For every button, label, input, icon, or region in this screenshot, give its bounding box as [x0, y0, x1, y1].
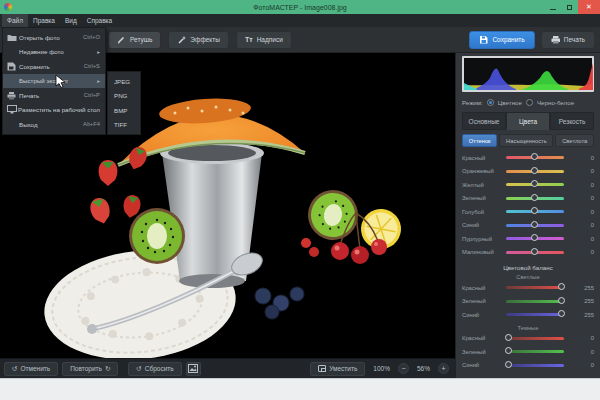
histogram	[462, 56, 594, 92]
slider-knob[interactable]	[531, 167, 538, 174]
mode-row: Режим: Цветное Черно-белое	[462, 95, 594, 109]
menu-file[interactable]: Файл	[2, 14, 28, 27]
maximize-icon	[567, 5, 572, 10]
zoom-in-button[interactable]: +	[438, 363, 449, 374]
fit-button[interactable]: Уместить	[310, 362, 365, 376]
save-button[interactable]: Сохранить	[469, 31, 534, 49]
submenu-item-tiff[interactable]: TIFF	[108, 118, 140, 133]
window-bottom-strip	[0, 378, 600, 400]
window-title: ФотоМАСТЕР - Image008.jpg	[0, 4, 600, 11]
bottom-toolbar: ↺ Отменить Повторить ↻ ↺ Сбросить	[0, 358, 455, 378]
minimize-icon	[550, 9, 556, 10]
slider-knob[interactable]	[558, 297, 565, 304]
fit-screen-icon	[318, 365, 326, 372]
menu-item-exit[interactable]: Выход Alt+F4	[3, 117, 105, 132]
menu-help[interactable]: Справка	[82, 14, 118, 27]
floppy-icon	[479, 35, 488, 44]
file-menu-dropdown: Открыть фото Ctrl+O Недавние фото ▸ Сохр…	[2, 27, 106, 135]
balance-light-green[interactable]	[506, 300, 564, 303]
menu-item-set-wallpaper[interactable]: Разместить на рабочий стол	[3, 103, 105, 118]
slider-knob[interactable]	[558, 283, 565, 290]
slider-row: Голубой0	[462, 205, 594, 219]
slider-knob[interactable]	[531, 194, 538, 201]
color-balance-title: Цветовой баланс	[462, 264, 594, 271]
balance-dark-green[interactable]	[506, 350, 564, 353]
menu-view[interactable]: Вид	[60, 14, 82, 27]
tab-colors[interactable]: Цвета	[506, 112, 550, 130]
hue-sliders: Красный0 Оранжевый0 Желтый0 Зеленый0 Гол…	[462, 151, 594, 259]
menu-bar: Файл Правка Вид Справка	[0, 14, 600, 27]
slider-row: Красный255	[462, 281, 594, 295]
slider-row: Оранжевый0	[462, 165, 594, 179]
slider-knob[interactable]	[531, 207, 538, 214]
slider-row: Желтый0	[462, 178, 594, 192]
slider-knob[interactable]	[505, 347, 512, 354]
hue-slider-magenta[interactable]	[506, 251, 564, 254]
hue-slider-red[interactable]	[506, 156, 564, 159]
zoom-out-button[interactable]: −	[398, 363, 409, 374]
maximize-button[interactable]	[561, 0, 578, 14]
mode-bw-label[interactable]: Черно-белое	[537, 99, 574, 106]
slider-row: Зеленый0	[462, 192, 594, 206]
floppy-icon	[7, 62, 19, 71]
submenu-item-jpeg[interactable]: JPEG	[108, 74, 140, 89]
text-icon: Tт	[245, 36, 253, 43]
slider-knob[interactable]	[558, 310, 565, 317]
slider-knob[interactable]	[531, 153, 538, 160]
menu-item-open-photo[interactable]: Открыть фото Ctrl+O	[3, 30, 105, 45]
menu-item-print[interactable]: Печать Ctrl+P	[3, 88, 105, 103]
reset-button[interactable]: ↺ Сбросить	[128, 362, 181, 376]
balance-light-blue[interactable]	[506, 313, 564, 316]
slider-knob[interactable]	[531, 180, 538, 187]
monitor-icon	[7, 105, 18, 114]
redo-button[interactable]: Повторить ↻	[62, 362, 118, 376]
print-button[interactable]: Печать	[541, 31, 595, 49]
tab-captions[interactable]: Tт Надписи	[236, 31, 292, 49]
slider-knob[interactable]	[531, 248, 538, 255]
subtab-lightness[interactable]: Светлота	[555, 134, 594, 147]
zoom-100-button[interactable]: 100%	[370, 365, 393, 372]
menu-item-recent-photos[interactable]: Недавние фото ▸	[3, 45, 105, 60]
hue-slider-purple[interactable]	[506, 237, 564, 240]
menu-item-save[interactable]: Сохранить Ctrl+S	[3, 59, 105, 74]
slider-knob[interactable]	[505, 334, 512, 341]
tab-sharpness[interactable]: Резкость	[550, 112, 594, 130]
tab-retouch[interactable]: Ретушь	[108, 31, 161, 49]
mode-label: Режим:	[462, 99, 483, 106]
radio-bw[interactable]	[526, 99, 533, 106]
tab-basic[interactable]: Основные	[462, 112, 506, 130]
balance-dark-blue[interactable]	[506, 364, 564, 367]
subtab-hue[interactable]: Оттенок	[462, 134, 497, 147]
slider-knob[interactable]	[531, 221, 538, 228]
balance-dark-red[interactable]	[506, 337, 564, 340]
undo-icon: ↺	[12, 365, 17, 373]
balance-light-red[interactable]	[506, 286, 564, 289]
hue-slider-green[interactable]	[506, 197, 564, 200]
subtab-saturation[interactable]: Насыщенность	[499, 134, 553, 147]
hue-slider-yellow[interactable]	[506, 183, 564, 186]
hue-slider-orange[interactable]	[506, 170, 564, 173]
tab-effects[interactable]: Эффекты	[168, 31, 229, 49]
slider-row: Синий0	[462, 359, 594, 373]
slider-knob[interactable]	[531, 234, 538, 241]
submenu-item-png[interactable]: PNG	[108, 89, 140, 104]
slider-row: Красный0	[462, 151, 594, 165]
mouse-cursor	[55, 74, 66, 89]
mode-color-label[interactable]: Цветное	[498, 99, 522, 106]
menu-item-quick-export[interactable]: Быстрый экспорт ▸	[3, 74, 105, 89]
hue-slider-blue[interactable]	[506, 224, 564, 227]
minimize-button[interactable]	[544, 0, 561, 14]
slider-row: Малиновый0	[462, 246, 594, 260]
slider-knob[interactable]	[505, 361, 512, 368]
close-button[interactable]: ✕	[578, 0, 600, 14]
submenu-arrow-icon: ▸	[97, 78, 100, 84]
menu-edit[interactable]: Правка	[28, 14, 60, 27]
compare-button[interactable]	[186, 362, 201, 376]
submenu-item-bmp[interactable]: BMP	[108, 103, 140, 118]
app-window: ФотоМАСТЕР - Image008.jpg ✕ Файл Правка …	[0, 0, 600, 400]
slider-row: Зеленый255	[462, 295, 594, 309]
hue-slider-cyan[interactable]	[506, 210, 564, 213]
radio-color[interactable]	[487, 99, 494, 106]
undo-button[interactable]: ↺ Отменить	[4, 362, 58, 376]
image-icon	[188, 364, 198, 373]
